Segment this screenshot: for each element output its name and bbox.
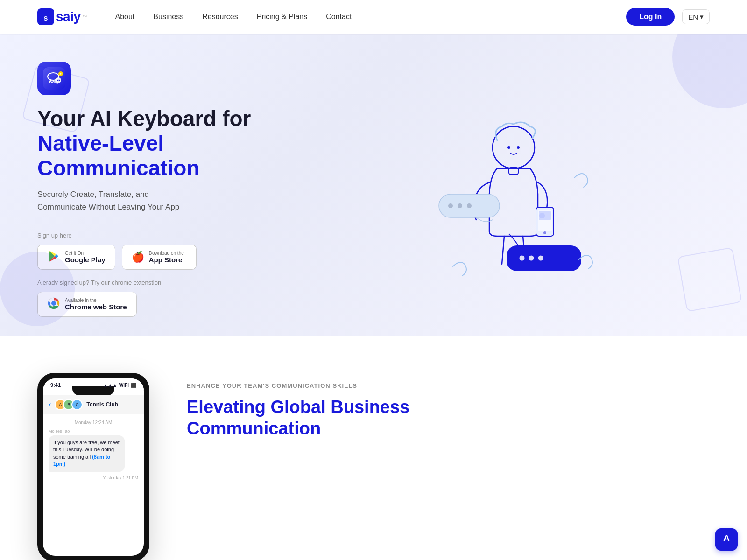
svg-point-33 bbox=[467, 203, 472, 208]
phone-status-icons: ▲▲▲ WiFi ⬛ bbox=[103, 383, 136, 388]
hero-subtitle: Securely Create, Translate, and Communic… bbox=[37, 188, 299, 213]
svg-point-20 bbox=[507, 146, 510, 149]
svg-point-31 bbox=[448, 203, 453, 208]
hero-title-line3: Communication bbox=[37, 156, 299, 181]
chat-time-msg1: Yesterday 1:21 PM bbox=[49, 476, 138, 480]
promo-svg: A bbox=[720, 532, 733, 545]
bg-decor-circle-1 bbox=[672, 34, 747, 108]
svg-point-36 bbox=[529, 255, 534, 260]
chat-avatar-group: A B C bbox=[55, 399, 83, 410]
signup-label: Sign up here bbox=[37, 232, 299, 239]
svg-point-25 bbox=[543, 231, 546, 234]
svg-text:A: A bbox=[723, 533, 730, 543]
hero-right bbox=[299, 101, 710, 278]
phone-mockup: 9:41 ▲▲▲ WiFi ⬛ ‹ A B C Tennis Club bbox=[37, 373, 149, 560]
login-button[interactable]: Log In bbox=[626, 8, 675, 26]
app-store-text: Download on the App Store bbox=[149, 251, 184, 264]
promo-icon: A bbox=[720, 532, 733, 547]
bg-decor-circle-2 bbox=[0, 252, 75, 326]
nav-resources[interactable]: Resources bbox=[202, 13, 238, 21]
nav-about[interactable]: About bbox=[115, 13, 135, 21]
language-selector[interactable]: EN ▾ bbox=[682, 9, 710, 24]
logo-icon: s bbox=[37, 8, 54, 25]
phone-chat-body: Monday 12:24 AM Moises Tao If you guys a… bbox=[43, 414, 144, 490]
svg-point-37 bbox=[538, 255, 543, 260]
section2-right: ENHANCE YOUR TEAM'S COMMUNICATION SKILLS… bbox=[187, 373, 710, 439]
chat-bubble-msg1: If you guys are free, we meet this Tuesd… bbox=[49, 435, 125, 472]
logo-tm: ™ bbox=[83, 14, 87, 20]
store-buttons: Get it On Google Play 🍎 Download on the … bbox=[37, 245, 299, 270]
lang-label: EN bbox=[688, 13, 698, 21]
hero-illustration bbox=[416, 101, 593, 278]
svg-text:s: s bbox=[44, 14, 48, 22]
hero-title-blue: Native-Level bbox=[37, 131, 299, 156]
bg-decor-rect-2 bbox=[677, 247, 742, 312]
google-play-text: Get it On Google Play bbox=[65, 251, 106, 264]
section2: 9:41 ▲▲▲ WiFi ⬛ ‹ A B C Tennis Club bbox=[0, 336, 747, 560]
nav-right: Log In EN ▾ bbox=[626, 8, 710, 26]
hero-section: saiy ✦ Your AI Keyboard for Native-Level… bbox=[0, 34, 747, 336]
already-label: Alerady signed up? Try our chrome extens… bbox=[37, 279, 299, 286]
svg-rect-34 bbox=[507, 245, 581, 271]
chat-sender: Moises Tao bbox=[49, 429, 138, 434]
battery-icon: ⬛ bbox=[131, 383, 136, 388]
already-section: Alerady signed up? Try our chrome extens… bbox=[37, 279, 299, 317]
app-store-button[interactable]: 🍎 Download on the App Store bbox=[122, 245, 197, 270]
section2-tag: ENHANCE YOUR TEAM'S COMMUNICATION SKILLS bbox=[187, 382, 710, 389]
svg-line-28 bbox=[502, 236, 504, 264]
svg-point-32 bbox=[458, 203, 462, 208]
section2-title: Elevating Global Business Communication bbox=[187, 397, 710, 439]
chat-avatar-3: C bbox=[71, 399, 83, 410]
navbar: s saiy ™ About Business Resources Pricin… bbox=[0, 0, 747, 34]
logo-area[interactable]: s saiy ™ bbox=[37, 8, 87, 25]
svg-point-21 bbox=[517, 146, 520, 149]
phone-time: 9:41 bbox=[50, 382, 61, 388]
logo-text: saiy bbox=[56, 9, 81, 24]
nav-links: About Business Resources Pricing & Plans… bbox=[115, 13, 627, 21]
phone-screen: 9:41 ▲▲▲ WiFi ⬛ ‹ A B C Tennis Club bbox=[43, 378, 144, 556]
svg-point-27 bbox=[539, 213, 545, 218]
signal-icon: ▲▲▲ bbox=[103, 383, 117, 388]
phone-chat-header: ‹ A B C Tennis Club bbox=[43, 395, 144, 414]
chevron-down-icon: ▾ bbox=[700, 13, 704, 21]
nav-business[interactable]: Business bbox=[153, 13, 183, 21]
apple-icon: 🍎 bbox=[132, 251, 144, 263]
nav-contact[interactable]: Contact bbox=[326, 13, 352, 21]
svg-point-35 bbox=[520, 255, 525, 260]
nav-pricing[interactable]: Pricing & Plans bbox=[257, 13, 308, 21]
svg-point-19 bbox=[493, 126, 535, 168]
footer-promo-button[interactable]: A bbox=[715, 528, 738, 551]
hero-svg bbox=[416, 101, 602, 287]
chat-date: Monday 12:24 AM bbox=[49, 420, 138, 425]
chat-back-icon[interactable]: ‹ bbox=[49, 400, 51, 409]
wifi-icon: WiFi bbox=[119, 383, 129, 388]
chrome-store-text: Available in the Chrome web Store bbox=[65, 298, 127, 311]
chat-name: Tennis Club bbox=[86, 401, 118, 408]
